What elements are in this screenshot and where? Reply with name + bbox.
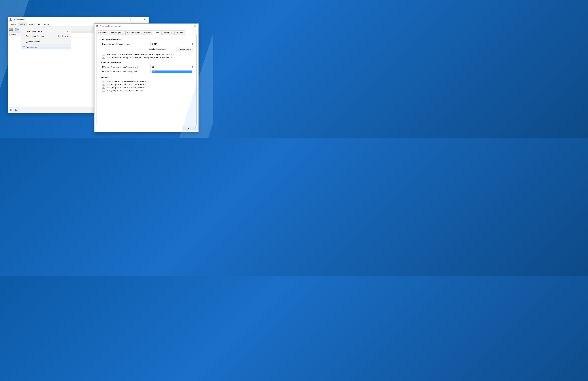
per-torrent-spinbox[interactable]: ▲▼ bbox=[150, 65, 193, 69]
svg-point-24 bbox=[24, 46, 24, 46]
gear-icon[interactable] bbox=[9, 108, 13, 112]
dht-checkbox[interactable] bbox=[102, 86, 105, 89]
port-label: Puerto para recibir conexiones: bbox=[102, 43, 149, 45]
random-port-label: Seleccionar un puerto aleatoriamente cad… bbox=[106, 53, 172, 55]
section-limits: Límites de Conexiones bbox=[100, 61, 193, 64]
svg-rect-27 bbox=[96, 25, 98, 26]
filter-toggle[interactable]: T bbox=[17, 33, 21, 36]
tab-compartiendo[interactable]: Compartiendo bbox=[126, 30, 142, 35]
utp-label: Habilitar uTP en conexiones con compañer… bbox=[106, 80, 146, 82]
svg-rect-5 bbox=[137, 19, 138, 20]
window-title: Transmission bbox=[13, 18, 127, 21]
tab-descargando[interactable]: Descargando bbox=[109, 30, 125, 35]
tab-escritorio[interactable]: Escritorio bbox=[162, 30, 174, 35]
svg-rect-22 bbox=[15, 111, 15, 111]
tab-content-red: Conexiones de entrada Puerto para recibi… bbox=[96, 35, 197, 125]
open-folder-icon[interactable] bbox=[9, 27, 13, 32]
lpd-checkbox[interactable] bbox=[102, 89, 105, 92]
svg-rect-2 bbox=[10, 19, 11, 20]
tabs: Velocidad Descargando Compartiendo Priva… bbox=[96, 30, 197, 35]
transmission-icon bbox=[96, 25, 99, 28]
filter-label: Mostrar: bbox=[9, 34, 16, 36]
svg-line-17 bbox=[12, 111, 12, 111]
per-torrent-input[interactable] bbox=[152, 66, 192, 68]
shortcut-label: Ctrl+A bbox=[63, 30, 69, 32]
utp-checkbox[interactable] bbox=[102, 80, 105, 82]
menu-ayuda[interactable]: Ayuda bbox=[42, 22, 51, 26]
svg-rect-1 bbox=[10, 20, 11, 20]
minimize-button[interactable] bbox=[127, 17, 134, 22]
svg-line-18 bbox=[12, 109, 12, 109]
svg-rect-23 bbox=[16, 111, 16, 111]
menu-change-session[interactable]: Cambiar sesión… bbox=[21, 39, 71, 44]
svg-rect-28 bbox=[97, 25, 97, 25]
menu-preferences[interactable]: Preferencias bbox=[21, 45, 71, 49]
globe-icon[interactable] bbox=[15, 27, 19, 32]
pex-label: Usar PEX para encontrar más compañeros bbox=[106, 83, 144, 86]
global-peers-input[interactable] bbox=[152, 70, 192, 73]
test-port-button[interactable]: Probar puerto bbox=[177, 47, 193, 51]
shortcut-label: Ctrl+May+A bbox=[58, 35, 69, 37]
tab-remoto[interactable]: Remoto bbox=[174, 30, 186, 35]
port-status: Estado desconocido bbox=[149, 48, 177, 50]
titlebar[interactable]: Preferencias del programa ? bbox=[94, 23, 198, 29]
transmission-icon bbox=[9, 18, 12, 21]
spin-arrows[interactable]: ▲▼ bbox=[192, 70, 193, 73]
svg-point-11 bbox=[10, 109, 11, 111]
svg-line-16 bbox=[10, 109, 10, 109]
dialog-title: Preferencias del programa bbox=[100, 25, 188, 27]
svg-line-19 bbox=[10, 111, 10, 111]
per-torrent-label: Máximo número de compañeros por torrent: bbox=[102, 66, 149, 68]
menu-archivo[interactable]: Archivo bbox=[9, 22, 19, 26]
spin-arrows[interactable]: ▲▼ bbox=[192, 43, 193, 45]
svg-point-21 bbox=[17, 110, 17, 110]
section-incoming: Conexiones de entrada bbox=[100, 38, 193, 41]
menu-separator bbox=[21, 44, 70, 45]
help-button[interactable]: ? bbox=[188, 24, 192, 28]
menu-select-none[interactable]: Seleccionar Ninguno Ctrl+May+A bbox=[21, 34, 71, 39]
svg-rect-3 bbox=[10, 18, 11, 19]
spin-arrows[interactable]: ▲▼ bbox=[192, 66, 193, 68]
menu-editar-dropdown: Seleccionar todos Ctrl+A Seleccionar Nin… bbox=[21, 29, 71, 49]
svg-rect-26 bbox=[96, 26, 98, 27]
menu-torrent[interactable]: Torrent bbox=[27, 22, 36, 26]
global-peers-spinbox[interactable]: ▲▼ bbox=[150, 70, 193, 73]
menu-ver[interactable]: Ver bbox=[36, 22, 42, 26]
menu-editar[interactable]: Editar bbox=[19, 22, 27, 26]
tab-privacia[interactable]: Privacía bbox=[142, 30, 153, 35]
upnp-label: Usar UPnP o NAT-PMP para obtener un puer… bbox=[106, 56, 172, 59]
pex-checkbox[interactable] bbox=[102, 83, 105, 86]
wrench-icon bbox=[22, 46, 25, 48]
preferences-dialog: Preferencias del programa ? Velocidad De… bbox=[94, 23, 199, 133]
global-peers-label: Máximo número de compañeros global: bbox=[102, 70, 149, 73]
lpd-label: Usar LPD para encontrar más compañeros bbox=[106, 89, 144, 92]
close-button[interactable] bbox=[141, 17, 148, 22]
upnp-checkbox[interactable] bbox=[102, 56, 105, 59]
dht-label: Usar DHT para encontrar más compañeros bbox=[106, 86, 144, 89]
close-button[interactable] bbox=[192, 24, 198, 28]
port-input[interactable] bbox=[152, 43, 192, 45]
random-port-checkbox[interactable] bbox=[102, 53, 105, 55]
close-dialog-button[interactable]: Cerrar bbox=[183, 126, 196, 131]
maximize-button[interactable] bbox=[134, 17, 141, 22]
dialog-body: Velocidad Descargando Compartiendo Priva… bbox=[94, 29, 198, 132]
port-spinbox[interactable]: ▲▼ bbox=[150, 42, 193, 46]
dialog-footer: Cerrar bbox=[96, 125, 197, 131]
tab-velocidad[interactable]: Velocidad bbox=[96, 30, 109, 35]
titlebar[interactable]: Transmission bbox=[8, 17, 148, 22]
tab-red[interactable]: Red bbox=[154, 30, 162, 35]
turtle-mode-button[interactable] bbox=[14, 108, 18, 112]
section-options: Opciones bbox=[100, 76, 193, 78]
menu-select-all[interactable]: Seleccionar todos Ctrl+A bbox=[21, 29, 71, 34]
